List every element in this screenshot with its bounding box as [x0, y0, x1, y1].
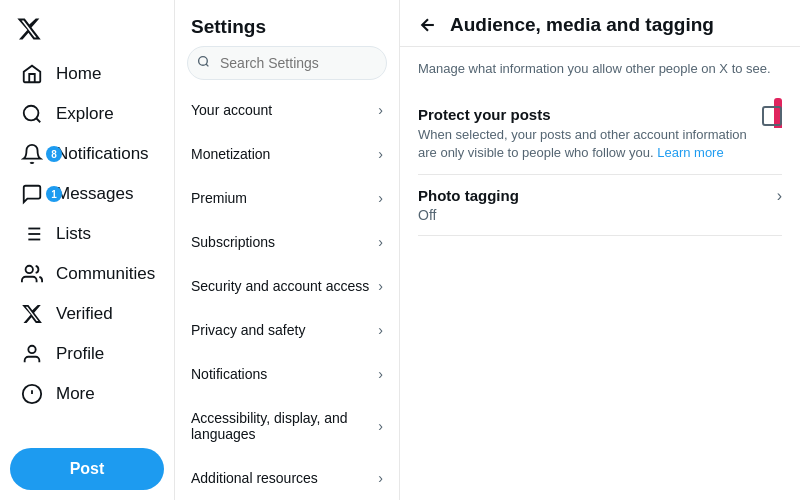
settings-nav-label: Your account	[191, 102, 272, 118]
content-header: Audience, media and tagging	[400, 0, 800, 47]
settings-nav-your-account[interactable]: Your account ›	[175, 88, 399, 132]
sidebar-item-notifications[interactable]: 8 Notifications	[10, 134, 164, 174]
notification-badge: 8	[46, 146, 62, 162]
search-settings-container	[187, 46, 387, 80]
svg-line-14	[206, 64, 208, 66]
sidebar-item-lists[interactable]: Lists	[10, 214, 164, 254]
home-icon	[20, 62, 44, 86]
chevron-right-icon: ›	[378, 146, 383, 162]
settings-nav-privacy[interactable]: Privacy and safety ›	[175, 308, 399, 352]
sidebar-item-label: Lists	[56, 224, 91, 244]
settings-nav-label: Accessibility, display, and languages	[191, 410, 378, 442]
content-panel: Audience, media and tagging Manage what …	[400, 0, 800, 500]
search-settings-input[interactable]	[187, 46, 387, 80]
settings-nav-label: Subscriptions	[191, 234, 275, 250]
svg-line-1	[36, 118, 40, 122]
protect-posts-row[interactable]: Protect your posts When selected, your p…	[418, 94, 782, 175]
content-title: Audience, media and tagging	[450, 14, 714, 36]
protect-posts-toggle-area	[762, 106, 782, 126]
sidebar-item-verified[interactable]: Verified	[10, 294, 164, 334]
chevron-right-icon: ›	[378, 190, 383, 206]
chevron-right-icon: ›	[378, 278, 383, 294]
settings-nav-label: Notifications	[191, 366, 267, 382]
sidebar-item-label: Notifications	[56, 144, 149, 164]
sidebar-item-messages[interactable]: 1 Messages	[10, 174, 164, 214]
chevron-right-icon: ›	[378, 470, 383, 486]
settings-nav-subscriptions[interactable]: Subscriptions ›	[175, 220, 399, 264]
notifications-icon: 8	[20, 142, 44, 166]
settings-nav-label: Monetization	[191, 146, 270, 162]
sidebar-item-label: Messages	[56, 184, 133, 204]
settings-nav-security[interactable]: Security and account access ›	[175, 264, 399, 308]
settings-nav: Your account › Monetization › Premium › …	[175, 88, 399, 500]
settings-nav-label: Privacy and safety	[191, 322, 305, 338]
chevron-right-icon: ›	[378, 366, 383, 382]
settings-nav-additional[interactable]: Additional resources ›	[175, 456, 399, 500]
chevron-right-icon: ›	[378, 102, 383, 118]
svg-point-9	[28, 346, 35, 353]
sidebar-item-label: Verified	[56, 304, 113, 324]
photo-tagging-info: Photo tagging Off	[418, 187, 777, 223]
protect-posts-title: Protect your posts	[418, 106, 752, 123]
sidebar-item-label: Home	[56, 64, 101, 84]
sidebar-item-explore[interactable]: Explore	[10, 94, 164, 134]
messages-icon: 1	[20, 182, 44, 206]
chevron-right-icon: ›	[378, 418, 383, 434]
settings-header: Settings	[175, 0, 399, 46]
content-subtitle: Manage what information you allow other …	[418, 61, 782, 76]
sidebar-item-profile[interactable]: Profile	[10, 334, 164, 374]
post-button[interactable]: Post	[10, 448, 164, 490]
svg-point-0	[24, 106, 39, 121]
profile-icon	[20, 342, 44, 366]
verified-icon	[20, 302, 44, 326]
sidebar-nav: Home Explore 8 Notifications	[10, 54, 164, 440]
learn-more-link[interactable]: Learn more	[657, 145, 723, 160]
more-icon	[20, 382, 44, 406]
settings-nav-monetization[interactable]: Monetization ›	[175, 132, 399, 176]
settings-nav-accessibility[interactable]: Accessibility, display, and languages ›	[175, 396, 399, 456]
sidebar-item-more[interactable]: More	[10, 374, 164, 414]
messages-badge: 1	[46, 186, 62, 202]
photo-tagging-value: Off	[418, 207, 777, 223]
settings-nav-notifications[interactable]: Notifications ›	[175, 352, 399, 396]
photo-tagging-right: ›	[777, 187, 782, 205]
sidebar-item-communities[interactable]: Communities	[10, 254, 164, 294]
lists-icon	[20, 222, 44, 246]
svg-point-8	[26, 266, 33, 273]
content-body: Manage what information you allow other …	[400, 47, 800, 500]
search-icon	[197, 55, 210, 71]
protect-posts-info: Protect your posts When selected, your p…	[418, 106, 752, 162]
sidebar: Home Explore 8 Notifications	[0, 0, 175, 500]
back-button[interactable]	[418, 15, 438, 35]
x-logo-button[interactable]	[10, 10, 48, 48]
svg-point-13	[199, 57, 208, 66]
sidebar-item-label: More	[56, 384, 95, 404]
communities-icon	[20, 262, 44, 286]
photo-tagging-row[interactable]: Photo tagging Off ›	[418, 175, 782, 236]
photo-tagging-chevron: ›	[777, 187, 782, 205]
chevron-right-icon: ›	[378, 234, 383, 250]
chevron-right-icon: ›	[378, 322, 383, 338]
sidebar-item-home[interactable]: Home	[10, 54, 164, 94]
explore-icon	[20, 102, 44, 126]
settings-nav-label: Premium	[191, 190, 247, 206]
settings-nav-label: Additional resources	[191, 470, 318, 486]
settings-nav-premium[interactable]: Premium ›	[175, 176, 399, 220]
settings-nav-label: Security and account access	[191, 278, 369, 294]
sidebar-item-label: Communities	[56, 264, 155, 284]
photo-tagging-title: Photo tagging	[418, 187, 777, 204]
sidebar-item-label: Profile	[56, 344, 104, 364]
settings-panel: Settings Your account › Monetization › P…	[175, 0, 400, 500]
protect-posts-checkbox[interactable]	[762, 106, 782, 126]
sidebar-item-label: Explore	[56, 104, 114, 124]
protect-posts-desc: When selected, your posts and other acco…	[418, 126, 752, 162]
